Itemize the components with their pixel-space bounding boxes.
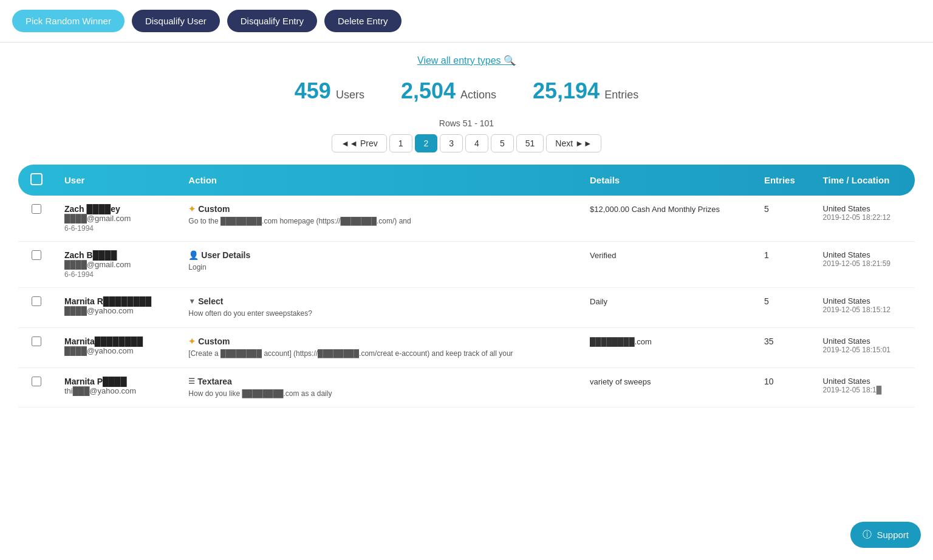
action-type-label: Custom — [198, 204, 230, 214]
row-user-cell: Marnita P████ thi███@yahoo.com — [55, 367, 179, 408]
disqualify-entry-button[interactable]: Disqualify Entry — [227, 10, 317, 32]
page-1-button[interactable]: 1 — [389, 134, 412, 152]
row-entries-cell: 5 — [754, 288, 813, 328]
row-details-cell: $12,000.00 Cash And Monthly Prizes — [580, 196, 754, 242]
row-details-cell: Daily — [580, 288, 754, 328]
header-checkbox[interactable] — [18, 165, 55, 196]
prev-button[interactable]: ◄◄ Prev — [332, 134, 386, 152]
time-value: 2019-12-05 18:22:12 — [823, 213, 905, 222]
table-row: Marnita P████ thi███@yahoo.com ☰ Textare… — [18, 367, 915, 408]
row-location-cell: United States 2019-12-05 18:22:12 — [813, 196, 915, 242]
details-value: Verified — [590, 251, 616, 260]
page-2-button[interactable]: 2 — [415, 134, 438, 152]
user-dob: 6-6-1994 — [64, 270, 169, 279]
entries-value: 1 — [764, 250, 769, 260]
rows-label: Rows 51 - 101 — [18, 118, 915, 128]
user-email: ████@gmail.com — [64, 214, 169, 223]
row-entries-cell: 35 — [754, 327, 813, 367]
select-icon: ▼ — [188, 297, 196, 306]
entries-table: User Action Details Entries Time / Locat… — [18, 165, 915, 408]
action-type: ▼ Select — [188, 296, 570, 306]
user-name: Marnita P████ — [64, 377, 169, 386]
action-description: How often do you enter sweepstakes? — [188, 309, 570, 319]
row-action-cell: ▼ Select How often do you enter sweepsta… — [179, 288, 580, 328]
user-email: ████@yahoo.com — [64, 306, 169, 315]
next-button[interactable]: Next ►► — [546, 134, 601, 152]
header-user: User — [55, 165, 179, 196]
table-row: Marnita R████████ ████@yahoo.com ▼ Selec… — [18, 288, 915, 328]
user-name: Marnita R████████ — [64, 296, 169, 306]
top-bar: Pick Random Winner Disqualify User Disqu… — [0, 0, 933, 43]
entries-value: 10 — [764, 377, 774, 386]
table-header-row: User Action Details Entries Time / Locat… — [18, 165, 915, 196]
pick-random-winner-button[interactable]: Pick Random Winner — [12, 10, 125, 32]
location-value: United States — [823, 336, 905, 346]
main-content: View all entry types 🔍 459 Users 2,504 A… — [0, 43, 933, 420]
row-checkbox-cell[interactable] — [18, 242, 55, 288]
row-user-cell: Zach B████ ████@gmail.com 6-6-1994 — [55, 242, 179, 288]
row-user-cell: Zach ████ey ████@gmail.com 6-6-1994 — [55, 196, 179, 242]
action-description: [Create a ████████ account] (https://███… — [188, 349, 570, 359]
location-value: United States — [823, 250, 905, 259]
entries-value: 5 — [764, 296, 769, 306]
entries-count: 25,194 — [533, 78, 600, 104]
textarea-icon: ☰ — [188, 377, 195, 386]
select-all-checkbox[interactable] — [30, 173, 43, 185]
row-checkbox-cell[interactable] — [18, 288, 55, 328]
row-location-cell: United States 2019-12-05 18:15:01 — [813, 327, 915, 367]
header-entries: Entries — [754, 165, 813, 196]
view-all-entry-types-link[interactable]: View all entry types 🔍 — [417, 55, 516, 66]
row-details-cell: ████████.com — [580, 327, 754, 367]
row-user-cell: Marnita████████ ████@yahoo.com — [55, 327, 179, 367]
user-email: ████@gmail.com — [64, 260, 169, 269]
row-entries-cell: 1 — [754, 242, 813, 288]
entries-stat: 25,194 Entries — [533, 78, 638, 104]
view-all-entry-types-link-container: View all entry types 🔍 — [18, 55, 915, 66]
actions-stat: 2,504 Actions — [401, 78, 496, 104]
user-email: thi███@yahoo.com — [64, 386, 169, 395]
row-checkbox-cell[interactable] — [18, 327, 55, 367]
action-type-label: Select — [198, 296, 223, 306]
table-row: Marnita████████ ████@yahoo.com ✦ Custom … — [18, 327, 915, 367]
table-row: Zach ████ey ████@gmail.com 6-6-1994 ✦ Cu… — [18, 196, 915, 242]
custom-icon: ✦ — [188, 204, 196, 214]
time-value: 2019-12-05 18:1█ — [823, 386, 905, 394]
details-value: ████████.com — [590, 337, 652, 346]
entries-label: Entries — [604, 89, 638, 101]
row-action-cell: ☰ Textarea How do you like ████████.com … — [179, 367, 580, 408]
row-location-cell: United States 2019-12-05 18:1█ — [813, 367, 915, 408]
row-checkbox-cell[interactable] — [18, 196, 55, 242]
page-51-button[interactable]: 51 — [516, 134, 544, 152]
row-details-cell: variety of sweeps — [580, 367, 754, 408]
action-type: ✦ Custom — [188, 336, 570, 346]
stats-row: 459 Users 2,504 Actions 25,194 Entries — [18, 78, 915, 104]
disqualify-user-button[interactable]: Disqualify User — [132, 10, 220, 32]
entries-value: 5 — [764, 204, 769, 214]
action-type: ✦ Custom — [188, 204, 570, 214]
row-checkbox[interactable] — [32, 250, 41, 260]
user-dob: 6-6-1994 — [64, 224, 169, 233]
row-details-cell: Verified — [580, 242, 754, 288]
action-type-label: Custom — [198, 336, 230, 346]
custom-icon: ✦ — [188, 336, 196, 346]
row-user-cell: Marnita R████████ ████@yahoo.com — [55, 288, 179, 328]
page-3-button[interactable]: 3 — [440, 134, 463, 152]
user-name: Marnita████████ — [64, 336, 169, 346]
row-action-cell: ✦ Custom [Create a ████████ account] (ht… — [179, 327, 580, 367]
page-4-button[interactable]: 4 — [465, 134, 488, 152]
action-type: 👤 User Details — [188, 250, 570, 260]
row-entries-cell: 5 — [754, 196, 813, 242]
row-checkbox-cell[interactable] — [18, 367, 55, 408]
row-location-cell: United States 2019-12-05 18:15:12 — [813, 288, 915, 328]
page-5-button[interactable]: 5 — [491, 134, 514, 152]
details-value: variety of sweeps — [590, 377, 651, 386]
users-stat: 459 Users — [295, 78, 364, 104]
row-checkbox[interactable] — [32, 336, 41, 346]
row-checkbox[interactable] — [32, 296, 41, 306]
row-checkbox[interactable] — [32, 204, 41, 214]
header-details: Details — [580, 165, 754, 196]
row-checkbox[interactable] — [32, 377, 41, 386]
details-value: $12,000.00 Cash And Monthly Prizes — [590, 205, 720, 214]
delete-entry-button[interactable]: Delete Entry — [324, 10, 402, 32]
time-value: 2019-12-05 18:15:01 — [823, 346, 905, 354]
